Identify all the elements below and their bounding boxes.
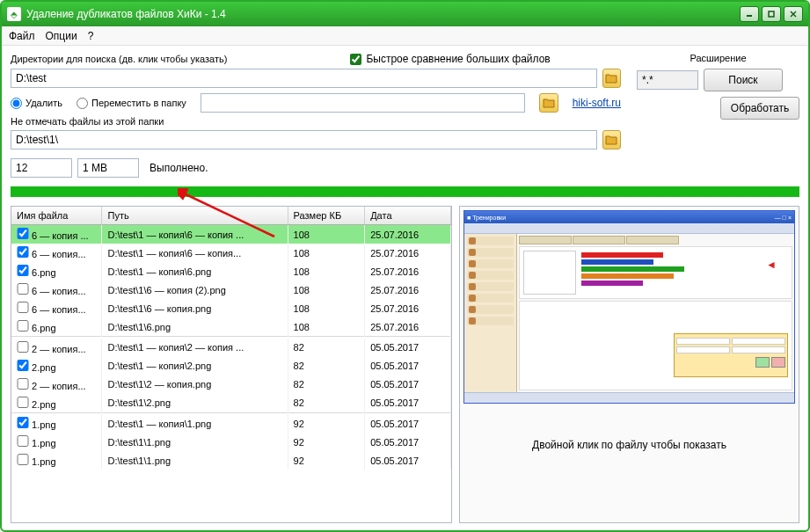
table-row[interactable]: 1.pngD:\test\1 — копия\1.png9205.05.2017 <box>11 414 451 433</box>
minimize-button[interactable] <box>740 6 759 22</box>
row-checkbox[interactable] <box>17 454 29 465</box>
row-checkbox[interactable] <box>17 302 29 313</box>
progress-bar <box>11 186 799 197</box>
table-row[interactable]: 6 — копия...D:\test\1\6 — копия.png10825… <box>11 299 451 317</box>
browse-nomark-dir-button[interactable] <box>602 130 621 149</box>
table-row[interactable]: 6.pngD:\test\1\6.png10825.07.2016 <box>11 317 451 337</box>
svg-rect-1 <box>769 11 774 17</box>
search-dir-input[interactable] <box>11 69 597 88</box>
preview-image[interactable]: ■ Тренировки— □ × ◄ <box>463 210 795 404</box>
table-row[interactable]: 2.pngD:\test\1 — копия\2.png8205.05.2017 <box>11 357 451 375</box>
menu-file[interactable]: Файл <box>9 30 35 42</box>
maximize-button[interactable] <box>762 6 781 22</box>
fast-compare-checkbox[interactable]: Быстрое сравнение больших файлов <box>350 53 550 65</box>
extension-label: Расширение <box>637 53 799 63</box>
header-filename[interactable]: Имя файла <box>11 207 102 225</box>
move-folder-input[interactable] <box>201 93 525 113</box>
row-checkbox[interactable] <box>17 228 29 239</box>
header-path[interactable]: Путь <box>102 207 288 225</box>
table-row[interactable]: 6.pngD:\test\1 — копия\6.png10825.07.201… <box>11 262 451 281</box>
move-radio[interactable]: Переместить в папку <box>77 98 186 109</box>
table-row[interactable]: 6 — копия ...D:\test\1 — копия\6 — копия… <box>11 225 451 244</box>
row-checkbox[interactable] <box>17 341 29 353</box>
preview-panel: ■ Тренировки— □ × ◄ <box>459 206 799 523</box>
row-checkbox[interactable] <box>17 320 29 332</box>
browse-move-folder-button[interactable] <box>539 93 558 113</box>
nomark-label: Не отмечать файлы из этой папки <box>11 116 621 127</box>
close-button[interactable] <box>784 6 803 22</box>
header-size[interactable]: Размер КБ <box>288 207 365 225</box>
fast-compare-input[interactable] <box>350 54 361 65</box>
app-icon: ⬘ <box>7 7 21 21</box>
nomark-dir-input[interactable] <box>11 130 597 149</box>
process-button[interactable]: Обработать <box>720 97 799 120</box>
table-row[interactable]: 6 — копия...D:\test\1\6 — копия (2).png1… <box>11 281 451 299</box>
search-dirs-label: Директории для поиска (дв. клик чтобы ук… <box>11 54 227 64</box>
status-text: Выполнено. <box>150 162 208 174</box>
row-checkbox[interactable] <box>17 417 29 428</box>
table-row[interactable]: 2 — копия...D:\test\1\2 — копия.png8205.… <box>11 375 451 394</box>
table-row[interactable]: 2 — копия...D:\test\1 — копия\2 — копия … <box>11 339 451 357</box>
row-checkbox[interactable] <box>17 360 29 371</box>
table-row[interactable]: 2.pngD:\test\1\2.png8205.05.2017 <box>11 394 451 413</box>
website-link[interactable]: hiki-soft.ru <box>573 97 621 109</box>
table-row[interactable]: 1.pngD:\test\1\1.png9205.05.2017 <box>11 433 451 451</box>
row-checkbox[interactable] <box>17 435 29 447</box>
results-table[interactable]: Имя файла Путь Размер КБ Дата 6 — копия … <box>11 206 452 523</box>
extension-select[interactable] <box>637 70 698 90</box>
row-checkbox[interactable] <box>17 246 29 258</box>
table-row[interactable]: 6 — копия...D:\test\1 — копия\6 — копия.… <box>11 244 451 262</box>
preview-caption: Двойной клик по файлу чтобы показать <box>532 439 726 451</box>
size-input[interactable] <box>77 158 139 178</box>
titlebar[interactable]: ⬘ Удаление дубликатов файлов ХиКи - 1.4 <box>2 2 808 26</box>
row-checkbox[interactable] <box>17 378 29 390</box>
row-checkbox[interactable] <box>17 283 29 295</box>
delete-radio[interactable]: Удалить <box>11 98 62 109</box>
menubar: Файл Опции ? <box>2 26 808 46</box>
count-input[interactable] <box>11 158 72 178</box>
menu-help[interactable]: ? <box>88 30 94 42</box>
row-checkbox[interactable] <box>17 397 29 408</box>
search-button[interactable]: Поиск <box>704 69 783 91</box>
browse-search-dir-button[interactable] <box>602 69 621 88</box>
window-title: Удаление дубликатов файлов ХиКи - 1.4 <box>26 8 740 20</box>
app-window: ⬘ Удаление дубликатов файлов ХиКи - 1.4 … <box>0 0 810 532</box>
row-checkbox[interactable] <box>17 265 29 276</box>
header-date[interactable]: Дата <box>365 207 451 225</box>
menu-options[interactable]: Опции <box>46 30 77 42</box>
table-row[interactable]: 1.pngD:\test\1\1.png9205.05.2017 <box>11 451 451 470</box>
